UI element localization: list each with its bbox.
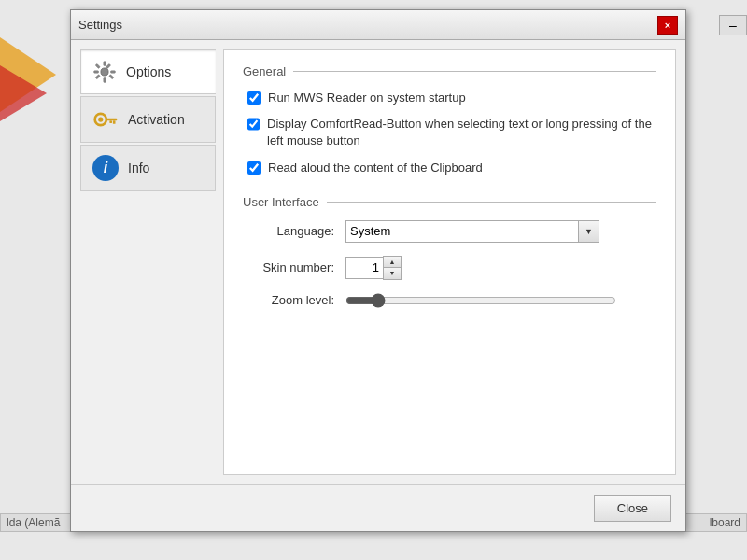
sidebar-activation-label: Activation bbox=[128, 112, 185, 127]
dialog-body: Options Activation i Info bbox=[71, 40, 685, 484]
language-dropdown-wrapper: System English German French Spanish ▼ bbox=[345, 220, 599, 243]
skin-spinner-buttons: ▲ ▼ bbox=[383, 256, 402, 280]
app-minimize-button[interactable]: – bbox=[719, 15, 747, 35]
language-select[interactable]: System English German French Spanish bbox=[345, 220, 579, 243]
ui-section-title: User Interface bbox=[243, 195, 656, 209]
settings-dialog: Settings × bbox=[70, 9, 686, 532]
dialog-footer: Close bbox=[71, 484, 685, 531]
svg-rect-8 bbox=[109, 75, 114, 79]
app-logo bbox=[0, 37, 75, 149]
svg-rect-15 bbox=[109, 120, 112, 123]
title-bar-buttons: × bbox=[657, 16, 678, 35]
svg-point-2 bbox=[101, 68, 108, 76]
checkbox-startup-input[interactable] bbox=[247, 91, 261, 105]
zoom-slider[interactable] bbox=[345, 293, 616, 308]
skin-number-input[interactable] bbox=[345, 257, 383, 279]
sidebar-options-label: Options bbox=[126, 64, 171, 79]
svg-rect-9 bbox=[106, 63, 110, 68]
zoom-label: Zoom level: bbox=[247, 293, 345, 307]
sidebar: Options Activation i Info bbox=[80, 49, 216, 475]
checkbox-clipboard-input[interactable] bbox=[247, 161, 261, 175]
general-checkboxes: Run MWS Reader on system startup Display… bbox=[247, 90, 656, 176]
checkbox-comfortread[interactable]: Display ComfortRead-Button when selectin… bbox=[247, 116, 656, 149]
ui-section: User Interface Language: System English … bbox=[243, 195, 656, 308]
checkbox-startup-label: Run MWS Reader on system startup bbox=[268, 90, 466, 106]
content-panel: General Run MWS Reader on system startup… bbox=[223, 49, 676, 475]
svg-rect-13 bbox=[106, 119, 117, 121]
sidebar-item-options[interactable]: Options bbox=[80, 49, 216, 94]
language-label: Language: bbox=[247, 224, 345, 238]
skin-increment-button[interactable]: ▲ bbox=[384, 257, 401, 268]
checkbox-comfortread-label: Display ComfortRead-Button when selectin… bbox=[267, 116, 656, 149]
svg-rect-3 bbox=[104, 62, 106, 66]
close-button[interactable]: Close bbox=[594, 495, 671, 522]
dialog-title: Settings bbox=[78, 18, 122, 32]
svg-rect-6 bbox=[111, 71, 116, 73]
checkbox-comfortread-input[interactable] bbox=[247, 118, 260, 131]
sidebar-item-activation[interactable]: Activation bbox=[80, 96, 216, 143]
zoom-slider-wrapper bbox=[345, 293, 616, 308]
skin-row: Skin number: ▲ ▼ bbox=[247, 256, 656, 280]
sidebar-info-label: Info bbox=[128, 161, 149, 175]
checkbox-startup[interactable]: Run MWS Reader on system startup bbox=[247, 90, 656, 106]
zoom-row: Zoom level: bbox=[247, 293, 656, 308]
svg-rect-10 bbox=[95, 75, 100, 79]
svg-rect-14 bbox=[113, 120, 116, 124]
language-dropdown-arrow[interactable]: ▼ bbox=[579, 220, 599, 243]
title-bar: Settings × bbox=[71, 10, 685, 40]
svg-rect-4 bbox=[104, 78, 106, 83]
svg-point-12 bbox=[98, 117, 103, 121]
general-section-title: General bbox=[243, 64, 656, 78]
checkbox-clipboard[interactable]: Read aloud the content of the Clipboard bbox=[247, 160, 656, 176]
language-row: Language: System English German French S… bbox=[247, 220, 656, 243]
svg-rect-7 bbox=[95, 63, 100, 68]
sidebar-item-info[interactable]: i Info bbox=[80, 145, 216, 191]
gear-icon bbox=[92, 60, 117, 84]
info-icon: i bbox=[92, 155, 119, 181]
skin-spinner-wrapper: ▲ ▼ bbox=[345, 256, 402, 280]
svg-rect-5 bbox=[94, 71, 99, 73]
checkbox-clipboard-label: Read aloud the content of the Clipboard bbox=[268, 160, 483, 176]
taskbar-left: lda (Alemã bbox=[0, 513, 75, 532]
skin-decrement-button[interactable]: ▼ bbox=[384, 268, 401, 279]
skin-label: Skin number: bbox=[247, 260, 345, 274]
key-icon bbox=[92, 106, 119, 133]
dialog-close-button[interactable]: × bbox=[657, 16, 678, 35]
